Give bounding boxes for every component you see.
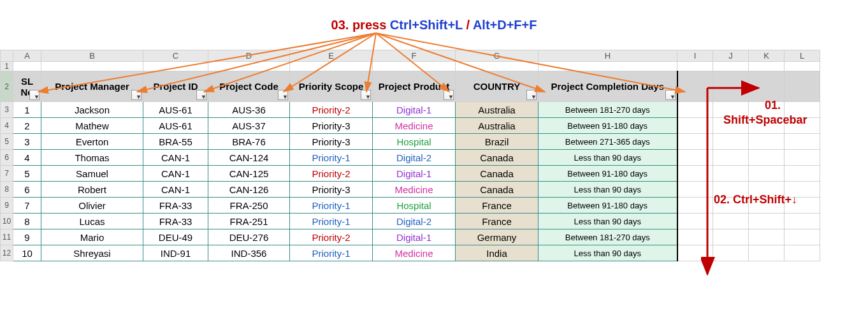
cell-country[interactable]: Canada [456, 182, 539, 198]
cell-mgr[interactable]: Shreyasi [41, 245, 143, 261]
hdr-project-code[interactable]: Project Code [208, 71, 290, 102]
cell-K10[interactable] [749, 214, 785, 229]
cell-J11[interactable] [713, 229, 749, 245]
cell-days[interactable]: Less than 90 days [539, 214, 677, 229]
cell-priority[interactable]: Priority-1 [290, 214, 373, 229]
row-header-5[interactable]: 5 [1, 134, 13, 150]
col-header-L[interactable]: L [785, 50, 820, 62]
cell-priority[interactable]: Priority-2 [290, 166, 373, 182]
cell-priority[interactable]: Priority-1 [290, 245, 373, 261]
cell-I10[interactable] [677, 214, 713, 229]
cell-K7[interactable] [749, 166, 785, 182]
cell-pcode[interactable]: CAN-124 [208, 150, 290, 166]
cell-sl[interactable]: 5 [13, 166, 41, 182]
cell-product[interactable]: Medicine [373, 182, 456, 198]
cell-sl[interactable]: 6 [13, 182, 41, 198]
cell-country[interactable]: Australia [456, 118, 539, 134]
cell-product[interactable]: Digital-2 [373, 150, 456, 166]
cell-sl[interactable]: 9 [13, 229, 41, 245]
cell-pcode[interactable]: CAN-126 [208, 182, 290, 198]
col-header-K[interactable]: K [749, 50, 785, 62]
cell-product[interactable]: Digital-1 [373, 229, 456, 245]
col-header-C[interactable]: C [143, 50, 208, 62]
cell-mgr[interactable]: Thomas [41, 150, 143, 166]
cell-sl[interactable]: 8 [13, 214, 41, 229]
cell-mgr[interactable]: Robert [41, 182, 143, 198]
cell-K5[interactable] [749, 134, 785, 150]
cell-L11[interactable] [785, 229, 820, 245]
cell-J6[interactable] [713, 150, 749, 166]
cell-K12[interactable] [749, 245, 785, 261]
row-header-9[interactable]: 9 [1, 198, 13, 214]
cell-pid[interactable]: BRA-55 [143, 134, 208, 150]
cell-I3[interactable] [677, 102, 713, 118]
cell-pcode[interactable]: AUS-36 [208, 102, 290, 118]
cell-pid[interactable]: CAN-1 [143, 182, 208, 198]
col-header-E[interactable]: E [290, 50, 373, 62]
cell-priority[interactable]: Priority-3 [290, 134, 373, 150]
cell-J7[interactable] [713, 166, 749, 182]
cell-I12[interactable] [677, 245, 713, 261]
cell-country[interactable]: Canada [456, 150, 539, 166]
row-header-2[interactable]: 2 [1, 71, 13, 102]
cell-mgr[interactable]: Mario [41, 229, 143, 245]
cell-days[interactable]: Between 91-180 days [539, 118, 677, 134]
col-header-H[interactable]: H [539, 50, 677, 62]
row-header-3[interactable]: 3 [1, 102, 13, 118]
cell-days[interactable]: Less than 90 days [539, 150, 677, 166]
row-header-10[interactable]: 10 [1, 214, 13, 229]
cell-I5[interactable] [677, 134, 713, 150]
cell-country[interactable]: India [456, 245, 539, 261]
cell-J10[interactable] [713, 214, 749, 229]
cell-days[interactable]: Between 181-270 days [539, 229, 677, 245]
cell-sl[interactable]: 10 [13, 245, 41, 261]
cell-I6[interactable] [677, 150, 713, 166]
cell-I2[interactable] [677, 71, 713, 102]
col-header-J[interactable]: J [713, 50, 749, 62]
hdr-country[interactable]: COUNTRY [456, 71, 539, 102]
cell-days[interactable]: Less than 90 days [539, 245, 677, 261]
cell-priority[interactable]: Priority-1 [290, 198, 373, 214]
cell-priority[interactable]: Priority-3 [290, 182, 373, 198]
cell-sl[interactable]: 2 [13, 118, 41, 134]
cell-days[interactable]: Between 271-365 days [539, 134, 677, 150]
cell-country[interactable]: Germany [456, 229, 539, 245]
row-header-1[interactable]: 1 [1, 62, 13, 71]
cell-priority[interactable]: Priority-2 [290, 102, 373, 118]
cell-mgr[interactable]: Lucas [41, 214, 143, 229]
cell-pcode[interactable]: CAN-125 [208, 166, 290, 182]
col-header-A[interactable]: A [13, 50, 41, 62]
cell-country[interactable]: Australia [456, 102, 539, 118]
row-header-6[interactable]: 6 [1, 150, 13, 166]
cell-days[interactable]: Between 91-180 days [539, 198, 677, 214]
cell-I11[interactable] [677, 229, 713, 245]
cell-mgr[interactable]: Jackson [41, 102, 143, 118]
col-header-B[interactable]: B [41, 50, 143, 62]
row-header-8[interactable]: 8 [1, 182, 13, 198]
cell-mgr[interactable]: Olivier [41, 198, 143, 214]
cell-pid[interactable]: DEU-49 [143, 229, 208, 245]
cell-L6[interactable] [785, 150, 820, 166]
col-header-G[interactable]: G [456, 50, 539, 62]
cell-pcode[interactable]: AUS-37 [208, 118, 290, 134]
cell-days[interactable]: Between 91-180 days [539, 166, 677, 182]
col-header-D[interactable]: D [208, 50, 290, 62]
row-header-11[interactable]: 11 [1, 229, 13, 245]
cell-sl[interactable]: 4 [13, 150, 41, 166]
select-all-corner[interactable] [1, 50, 13, 62]
cell-J5[interactable] [713, 134, 749, 150]
cell-L2[interactable] [785, 71, 820, 102]
hdr-project-product[interactable]: Project Product [373, 71, 456, 102]
cell-J2[interactable] [713, 71, 749, 102]
spreadsheet-grid[interactable]: A B C D E F G H I J K L 1 2 SL No Projec… [0, 50, 820, 261]
cell-priority[interactable]: Priority-1 [290, 150, 373, 166]
cell-product[interactable]: Digital-1 [373, 102, 456, 118]
cell-days[interactable]: Less than 90 days [539, 182, 677, 198]
row-header-12[interactable]: 12 [1, 245, 13, 261]
hdr-priority-scope[interactable]: Priority Scope [290, 71, 373, 102]
cell-sl[interactable]: 7 [13, 198, 41, 214]
cell-pid[interactable]: FRA-33 [143, 214, 208, 229]
cell-country[interactable]: France [456, 214, 539, 229]
row-header-7[interactable]: 7 [1, 166, 13, 182]
cell-country[interactable]: Brazil [456, 134, 539, 150]
